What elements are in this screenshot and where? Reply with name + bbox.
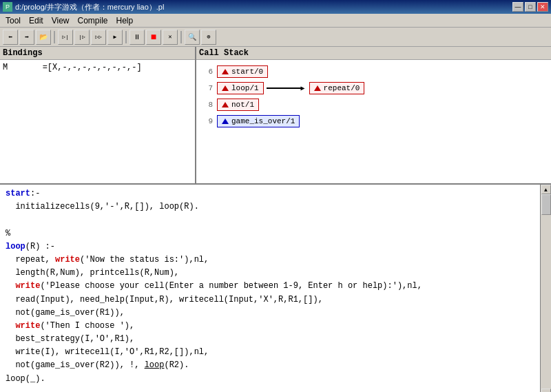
stack-node-icon-game-over [222,118,229,124]
stack-node-icon-not [222,102,229,107]
minimize-button[interactable]: — [512,2,523,12]
app-icon: P [3,2,12,12]
binding-var: M [3,63,8,72]
callstack-pane: Call Stack 6 start/0 7 loop/1 [196,47,551,183]
stack-node-icon-repeat [314,85,321,91]
tb-step[interactable]: ▷| [58,30,73,45]
tb-sep1 [54,31,55,43]
menu-view[interactable]: View [48,14,74,27]
menu-help[interactable]: Help [112,14,138,27]
window-controls: — □ ✕ [512,2,548,12]
stack-node-start[interactable]: start/0 [217,65,268,78]
scroll-down-button[interactable]: ▼ [541,389,551,392]
callstack-content: 6 start/0 7 loop/1 ▶ [196,60,551,133]
menu-bar: Tool Edit View Compile Help [0,14,551,28]
bindings-header: Bindings [0,47,195,60]
title-bar: P d:/prolog/井字游戏（作者：mercury liao）.pl — □… [0,0,551,14]
callstack-header: Call Stack [196,47,551,60]
stack-node-label-loop: loop/1 [231,84,259,92]
scroll-track[interactable] [541,194,551,389]
tb-sep2 [125,31,127,43]
tb-step2[interactable]: |▷ [74,30,90,45]
stack-node-game-over[interactable]: game_is_over/1 [217,115,300,127]
tb-pause[interactable]: ⏸ [129,30,145,45]
menu-tool[interactable]: Tool [1,14,25,27]
tb-zoom[interactable]: ⊕ [201,30,216,45]
code-area[interactable]: start:- initializecells(9,'-',R,[]), loo… [0,185,540,392]
stack-row-9: 9 game_is_over/1 [199,114,548,129]
row-num-8: 8 [199,101,213,109]
row-num-7: 7 [199,84,213,92]
scrollbar[interactable]: ▲ ▼ [540,185,551,392]
tb-abort[interactable]: ✕ [163,30,178,45]
close-button[interactable]: ✕ [537,2,548,12]
stack-node-label-not: not/1 [231,101,254,109]
stack-node-icon-loop [222,85,229,91]
code-area-wrapper: start:- initializecells(9,'-',R,[]), loo… [0,185,551,392]
tb-sep3 [180,31,182,43]
code-content: start:- initializecells(9,'-',R,[]), loo… [6,187,534,392]
menu-edit[interactable]: Edit [25,14,48,27]
tb-forward[interactable]: ➡ [19,30,34,45]
stack-node-label-start: start/0 [231,68,263,76]
menu-compile[interactable]: Compile [74,14,112,27]
row-num-9: 9 [199,117,213,125]
bindings-pane: Bindings M =[X,-,-,-,-,-,-,-,-] [0,47,196,183]
stack-row-6: 6 start/0 [199,64,548,79]
stack-node-icon-start [222,69,229,74]
stack-node-label-repeat: repeat/0 [324,84,360,92]
tb-stop[interactable]: ■ [146,30,161,45]
window-title: d:/prolog/井字游戏（作者：mercury liao）.pl [15,2,164,12]
tb-search[interactable]: 🔍 [185,30,200,45]
stack-node-repeat[interactable]: repeat/0 [309,82,365,94]
tb-run[interactable]: ▶ [107,30,123,45]
stack-node-label-game-over: game_is_over/1 [231,117,295,125]
title-bar-content: P d:/prolog/井字游戏（作者：mercury liao）.pl [3,2,164,12]
tb-back[interactable]: ⬅ [3,30,18,45]
bindings-content: M =[X,-,-,-,-,-,-,-,-] [0,60,195,75]
tb-open[interactable]: 📂 [36,30,51,45]
stack-row-8: 8 not/1 [199,97,548,112]
stack-node-not[interactable]: not/1 [217,99,259,111]
toolbar: ⬅ ➡ 📂 ▷| |▷ ▷▷ ▶ ⏸ ■ ✕ 🔍 ⊕ [0,28,551,47]
row-num-6: 6 [199,68,213,76]
stack-row-7: 7 loop/1 ▶ repeat/0 [199,81,548,96]
stack-node-loop[interactable]: loop/1 [217,82,264,94]
main-upper-area: Bindings M =[X,-,-,-,-,-,-,-,-] Call Sta… [0,47,551,185]
binding-value: =[X,-,-,-,-,-,-,-,-] [43,63,142,72]
tb-step3[interactable]: ▷▷ [91,30,106,45]
maximize-button[interactable]: □ [525,2,536,12]
scroll-thumb[interactable] [541,194,551,215]
scroll-up-button[interactable]: ▲ [541,185,551,194]
arrow-to-repeat: ▶ [267,87,301,89]
